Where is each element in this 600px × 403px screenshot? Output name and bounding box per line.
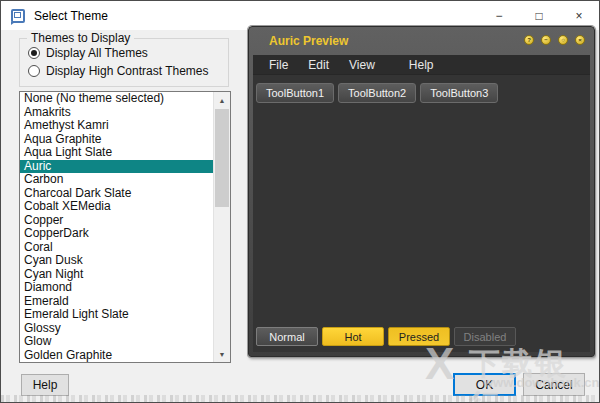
preview-state-button[interactable]: Disabled bbox=[454, 327, 516, 346]
preview-menu-label: View bbox=[349, 58, 375, 72]
preview-state-button[interactable]: Hot bbox=[322, 327, 384, 346]
preview-menu-label: Help bbox=[409, 58, 434, 72]
theme-list-item[interactable]: Auric bbox=[20, 160, 213, 174]
chevron-up-icon: ▲ bbox=[219, 97, 226, 104]
help-button[interactable]: Help bbox=[21, 374, 69, 396]
window-title: Select Theme bbox=[34, 9, 108, 23]
theme-list-item[interactable]: None (No theme selected) bbox=[20, 92, 213, 106]
radio-label: Display High Contrast Themes bbox=[46, 64, 209, 78]
theme-name: Glossy bbox=[24, 321, 61, 335]
preview-state-buttons: Normal Hot Pressed Disabled bbox=[256, 327, 516, 346]
preview-window-glyph: × bbox=[578, 37, 582, 43]
theme-list-item[interactable]: Emerald bbox=[20, 295, 213, 309]
theme-list-item[interactable]: Aqua Light Slate bbox=[20, 146, 213, 160]
theme-name: Copper bbox=[24, 213, 63, 227]
theme-name: Diamond bbox=[24, 280, 72, 294]
window-control-icon: × bbox=[575, 9, 582, 23]
theme-list-item[interactable]: Charcoal Dark Slate bbox=[20, 187, 213, 201]
theme-list-item[interactable]: Glossy bbox=[20, 322, 213, 336]
theme-name: Amethyst Kamri bbox=[24, 118, 109, 132]
ok-button-label: OK bbox=[476, 378, 493, 392]
theme-list-item[interactable]: Amethyst Kamri bbox=[20, 119, 213, 133]
cancel-button[interactable]: Cancel bbox=[523, 373, 585, 396]
theme-name: Charcoal Dark Slate bbox=[24, 186, 131, 200]
group-label: Themes to Display bbox=[27, 31, 134, 45]
radio-option[interactable]: Display All Themes bbox=[28, 44, 224, 62]
theme-list-item[interactable]: Golden Graphite bbox=[20, 349, 213, 363]
preview-menu-label: File bbox=[269, 58, 288, 72]
preview-tool-button[interactable]: ToolButton3 bbox=[420, 83, 498, 103]
theme-list-item[interactable]: Carbon bbox=[20, 173, 213, 187]
theme-name: Amakrits bbox=[24, 105, 71, 119]
theme-name: Glow bbox=[24, 334, 51, 348]
theme-list-item[interactable]: Coral bbox=[20, 241, 213, 255]
radio-options: Display All Themes Display High Contrast… bbox=[28, 44, 224, 80]
theme-list-item[interactable]: Diamond bbox=[20, 281, 213, 295]
tool-button-label: ToolButton2 bbox=[348, 87, 406, 99]
tool-button-label: ToolButton3 bbox=[430, 87, 488, 99]
window-control-icon: − bbox=[495, 9, 502, 23]
theme-preview-window: Auric Preview ? − ○ × bbox=[248, 26, 595, 357]
theme-list-item[interactable]: Cyan Night bbox=[20, 268, 213, 282]
radio-option[interactable]: Display High Contrast Themes bbox=[28, 62, 224, 80]
radio-icon[interactable] bbox=[28, 65, 40, 77]
theme-listbox[interactable]: None (No theme selected) Amakrits Amethy… bbox=[19, 91, 231, 363]
theme-name: Emerald Light Slate bbox=[24, 307, 129, 321]
state-button-label: Normal bbox=[269, 331, 304, 343]
scrollbar-up-button[interactable]: ▲ bbox=[214, 92, 230, 108]
theme-name: Coral bbox=[24, 240, 53, 254]
theme-list-item[interactable]: Glow bbox=[20, 335, 213, 349]
preview-tool-button[interactable]: ToolButton1 bbox=[256, 83, 334, 103]
theme-list-item[interactable]: Cobalt XEMedia bbox=[20, 200, 213, 214]
scrollbar-thumb[interactable] bbox=[215, 109, 229, 207]
radio-label: Display All Themes bbox=[46, 46, 148, 60]
preview-title: Auric Preview bbox=[269, 34, 348, 48]
preview-toolbar: ToolButton1 ToolButton2 ToolButton3 bbox=[256, 83, 590, 103]
themes-to-display-group: Themes to Display Display All Themes Dis… bbox=[19, 38, 229, 87]
state-button-label: Pressed bbox=[399, 331, 439, 343]
state-button-label: Hot bbox=[344, 331, 361, 343]
preview-menu-item[interactable]: Help bbox=[399, 58, 444, 72]
theme-name: Cyan Dusk bbox=[24, 253, 83, 267]
preview-window-button-icon-minimize[interactable]: − bbox=[541, 35, 551, 45]
theme-list-item[interactable]: Aqua Graphite bbox=[20, 133, 213, 147]
preview-window-button-icon-close[interactable]: × bbox=[575, 35, 585, 45]
theme-name: Golden Graphite bbox=[24, 348, 112, 362]
preview-state-button[interactable]: Normal bbox=[256, 327, 318, 346]
theme-name: None (No theme selected) bbox=[24, 92, 164, 105]
chevron-down-icon: ▼ bbox=[219, 351, 226, 358]
list-scrollbar[interactable]: ▲ ▼ bbox=[213, 92, 230, 362]
theme-name: Carbon bbox=[24, 172, 63, 186]
scrollbar-down-button[interactable]: ▼ bbox=[214, 346, 230, 362]
tool-button-label: ToolButton1 bbox=[266, 87, 324, 99]
preview-window-buttons: ? − ○ × bbox=[524, 35, 585, 45]
radio-icon[interactable] bbox=[28, 47, 40, 59]
preview-menu-item[interactable]: View bbox=[339, 58, 385, 72]
preview-window-button-icon-maximize[interactable]: ○ bbox=[558, 35, 568, 45]
preview-window-glyph: ? bbox=[527, 37, 531, 43]
theme-name: Auric bbox=[24, 159, 51, 173]
cancel-button-label: Cancel bbox=[535, 378, 572, 392]
theme-list-item[interactable]: Emerald Light Slate bbox=[20, 308, 213, 322]
theme-name: CopperDark bbox=[24, 226, 89, 240]
theme-name: Cobalt XEMedia bbox=[24, 199, 111, 213]
theme-name: Aqua Graphite bbox=[24, 132, 101, 146]
theme-list-item[interactable]: Cyan Dusk bbox=[20, 254, 213, 268]
theme-list-rows: None (No theme selected) Amakrits Amethy… bbox=[20, 92, 213, 362]
app-form-icon bbox=[11, 9, 25, 23]
preview-window-button-icon-help[interactable]: ? bbox=[524, 35, 534, 45]
preview-window-glyph: ○ bbox=[561, 37, 565, 43]
help-button-label: Help bbox=[33, 378, 58, 392]
theme-list-item[interactable]: CopperDark bbox=[20, 227, 213, 241]
watermark-strip bbox=[1, 395, 599, 402]
ok-button[interactable]: OK bbox=[453, 373, 516, 396]
theme-name: Emerald bbox=[24, 294, 69, 308]
preview-menu-item[interactable]: Edit bbox=[298, 58, 339, 72]
preview-menu-item[interactable]: File bbox=[259, 58, 298, 72]
theme-list-item[interactable]: Copper bbox=[20, 214, 213, 228]
preview-menubar: File Edit View Help bbox=[253, 55, 590, 75]
select-theme-dialog: Select Theme − □ × Themes to Display Dis… bbox=[0, 0, 600, 403]
preview-state-button[interactable]: Pressed bbox=[388, 327, 450, 346]
preview-tool-button[interactable]: ToolButton2 bbox=[338, 83, 416, 103]
theme-list-item[interactable]: Amakrits bbox=[20, 106, 213, 120]
